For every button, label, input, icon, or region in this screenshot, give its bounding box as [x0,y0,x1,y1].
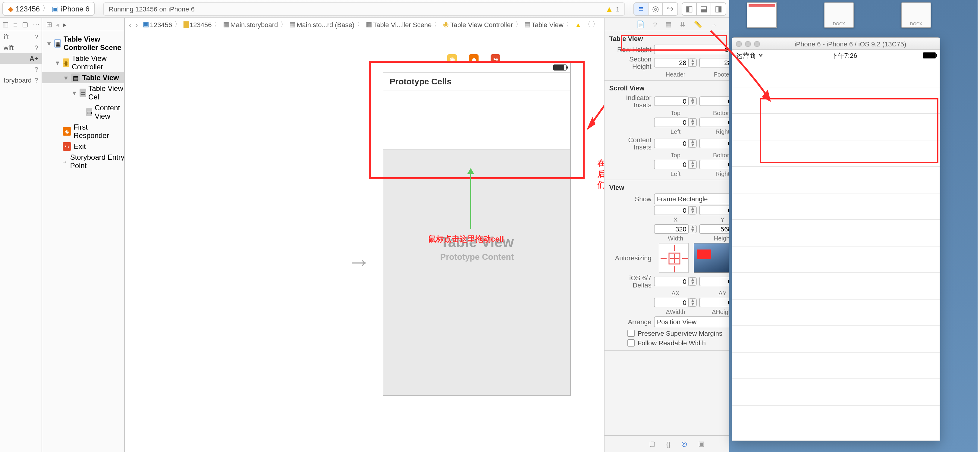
forward-icon[interactable]: › [135,19,138,29]
library-tabs[interactable]: ▢ {} ◎ ▣ [605,435,729,452]
nav-item[interactable]: ? [0,64,42,75]
readable-width-checkbox[interactable]: Follow Readable Width [627,338,729,348]
left-panel-icon[interactable]: ◧ [682,3,697,15]
battery-icon [554,64,567,70]
nav-item[interactable]: A+ [0,53,42,64]
status-bar: Running 123456 on iPhone 6 ▲1 [103,2,625,15]
nav-item[interactable]: ift? [0,31,42,42]
header-height-field[interactable] [654,58,689,67]
outline-row[interactable]: ▼▦Table View Controller Scene [43,34,124,53]
content-left-field[interactable] [654,160,689,169]
warning-count: 1 [616,5,620,12]
jump-bar[interactable]: ‹› ▣123456〉 ▇123456〉 ▦Main.storyboard〉 ▦… [125,18,604,31]
device-frame[interactable]: Prototype Cells Table View Prototype Con… [383,62,571,396]
y-field[interactable] [699,205,729,215]
dw-field[interactable] [654,298,689,307]
inset-bottom-field[interactable] [699,96,729,106]
right-panel-icon[interactable]: ◨ [711,3,725,15]
x-field[interactable] [654,205,689,215]
row-height-field[interactable] [654,45,729,54]
outline-row[interactable]: ▭Content View [43,102,124,122]
panel-toggle-buttons[interactable]: ◧ ⬓ ◨ [682,2,726,15]
storyboard-canvas[interactable]: → ◉ ◈ ↪ Prototype Cells Table View Proto… [125,31,604,452]
document-outline: ⊞◂▸ ▼▦Table View Controller Scene ▼◉Tabl… [43,18,125,452]
file-inspector-icon[interactable]: 📄 [636,21,645,28]
outline-row[interactable]: ◈First Responder [43,122,124,141]
outline-row[interactable]: ↪Exit [43,141,124,152]
desktop-file[interactable] [741,2,782,35]
attributes-inspector-icon[interactable]: ⇊ [680,21,685,28]
media-lib-icon[interactable]: ▣ [698,440,704,448]
folder-icon[interactable]: ▥ [2,21,8,28]
outline-row[interactable]: ▼▤Table View [43,72,124,83]
autoresizing-preview [694,243,729,273]
simulator-window[interactable]: iPhone 6 - iPhone 6 / iOS 9.2 (13C75) 运营… [732,37,940,441]
simulator-title: iPhone 6 - iPhone 6 / iOS 9.2 (13C75) [765,40,936,47]
navigator-panel: ▥ ≡ ▢ ⋯ ift? wift? A+ ? toryboard? [0,18,43,452]
height-field[interactable] [699,224,729,234]
desktop-background: iPhone 6 - iPhone 6 / iOS 9.2 (13C75) 运营… [729,0,978,452]
identity-inspector-icon[interactable]: ▦ [665,21,671,28]
navigator-tabs[interactable]: ▥ ≡ ▢ ⋯ [0,18,42,31]
autoresizing-control[interactable] [659,243,689,273]
outline-toolbar[interactable]: ⊞◂▸ [43,18,124,31]
window-controls[interactable] [736,41,760,47]
battery-icon [923,53,936,59]
inset-right-field[interactable] [699,118,729,127]
ios-status-bar: 运营商ᯤ 下午7:26 [732,50,940,61]
target-device: iPhone 6 [61,5,89,13]
square-icon[interactable]: ▢ [22,21,28,28]
dy-field[interactable] [699,277,729,286]
annotation-text: 在cell下面任意拖动一下之后再设置高度就可以达到我们想要的高度了 [598,158,604,191]
status-text: Running 123456 on iPhone 6 [109,5,195,12]
desktop-file[interactable] [896,2,937,35]
size-inspector-icon[interactable]: 📏 [694,21,702,28]
table-view-section: Table View Hide Row Height ▲▼ Section He… [605,31,729,81]
back-icon[interactable]: ‹ [129,19,131,29]
nav-item[interactable]: toryboard? [0,75,42,86]
outline-row[interactable]: ▼▭Table View Cell [43,83,124,102]
content-bottom-field[interactable] [699,138,729,148]
standard-editor-icon[interactable]: ≡ [634,3,649,15]
inspector-tabs[interactable]: 📄 ? ▦ ⇊ 📏 → [605,18,729,31]
dh-field[interactable] [699,298,729,307]
inset-left-field[interactable] [654,118,689,127]
footer-height-field[interactable] [699,58,729,67]
nav-item[interactable]: wift? [0,42,42,53]
prototype-header: Prototype Cells [383,73,570,91]
outline-row[interactable]: →Storyboard Entry Point [43,152,124,171]
scheme-selector[interactable]: ◆ 123456 〉 ▣ iPhone 6 [2,2,95,16]
connections-inspector-icon[interactable]: → [711,21,717,28]
entry-arrow-icon: → [347,248,371,275]
prototype-cell[interactable] [383,91,570,150]
annotation-box [760,98,939,163]
desktop-file[interactable] [818,2,859,35]
preserve-margins-checkbox[interactable]: Preserve Superview Margins [627,328,729,338]
dx-field[interactable] [654,277,689,286]
arrange-dropdown[interactable]: Position View▾ [654,317,729,327]
content-top-field[interactable] [654,138,689,148]
assistant-editor-icon[interactable]: ◎ [649,3,663,15]
inset-top-field[interactable] [654,96,689,106]
view-section: View Show Frame Rectangle▾ ▲▼ ▲▼ XY ▲▼ ▲… [605,180,729,351]
project-name: 123456 [16,5,40,13]
code-lib-icon[interactable]: {} [666,440,670,447]
xcode-window: ◆ 123456 〉 ▣ iPhone 6 Running 123456 on … [0,0,729,452]
scroll-view-section: Scroll View Indicator Insets ▲▼ ▲▼ TopBo… [605,81,729,180]
ios-time: 下午7:26 [831,51,858,60]
chat-icon[interactable]: ⋯ [33,21,40,28]
show-dropdown[interactable]: Frame Rectangle▾ [654,193,729,204]
version-editor-icon[interactable]: ↪ [663,3,678,15]
object-lib-icon[interactable]: ◎ [681,440,687,448]
content-right-field[interactable] [699,160,729,169]
width-field[interactable] [654,224,689,234]
placeholder-subtitle: Prototype Content [383,252,570,261]
toolbar: ◆ 123456 〉 ▣ iPhone 6 Running 123456 on … [0,0,729,18]
list-icon[interactable]: ≡ [13,21,17,28]
warning-icon[interactable]: ▲ [605,4,614,14]
file-lib-icon[interactable]: ▢ [649,440,655,448]
bottom-panel-icon[interactable]: ⬓ [697,3,711,15]
help-inspector-icon[interactable]: ? [653,21,657,28]
outline-row[interactable]: ▼◉Table View Controller [43,53,124,72]
editor-mode-buttons[interactable]: ≡ ◎ ↪ [633,2,678,15]
